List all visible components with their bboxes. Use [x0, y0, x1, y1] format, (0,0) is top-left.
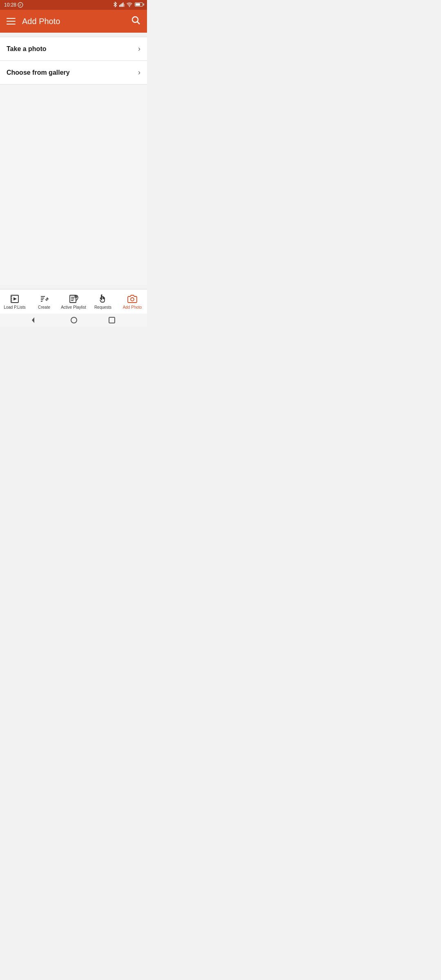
svg-marker-25	[32, 317, 34, 323]
svg-rect-4	[122, 2, 123, 7]
app-notification-icon	[18, 2, 23, 8]
svg-point-24	[131, 298, 134, 301]
load-plists-icon	[10, 294, 20, 304]
choose-gallery-item[interactable]: Choose from gallery ›	[0, 61, 147, 85]
system-nav-bar	[0, 314, 147, 327]
svg-point-6	[129, 6, 130, 7]
chevron-right-icon: ›	[138, 45, 140, 53]
system-back-button[interactable]	[32, 317, 39, 323]
nav-requests[interactable]: Requests	[88, 290, 118, 314]
status-bar: 10:28	[0, 0, 147, 10]
bluetooth-icon	[113, 2, 118, 8]
battery-icon	[134, 2, 143, 7]
content-area: Take a photo › Choose from gallery ›	[0, 37, 147, 285]
add-photo-icon	[127, 294, 137, 304]
nav-active-playlist-label: Active Playlist	[61, 305, 86, 310]
svg-line-8	[138, 22, 140, 24]
svg-marker-10	[13, 297, 17, 301]
bottom-navigation: Load P.Lists Create Active Playlist	[0, 289, 147, 314]
menu-list: Take a photo › Choose from gallery ›	[0, 37, 147, 85]
active-playlist-icon	[69, 294, 78, 304]
hamburger-menu-button[interactable]	[7, 18, 16, 24]
chevron-right-icon-2: ›	[138, 68, 140, 77]
choose-gallery-label: Choose from gallery	[7, 69, 70, 76]
status-icons	[113, 2, 143, 8]
nav-create-label: Create	[38, 305, 50, 310]
system-home-button[interactable]	[70, 316, 78, 324]
svg-point-7	[132, 17, 138, 22]
svg-rect-2	[120, 4, 121, 7]
signal-icon	[119, 2, 125, 8]
svg-rect-27	[109, 317, 115, 323]
search-button[interactable]	[131, 15, 140, 27]
page-title: Add Photo	[22, 17, 60, 26]
svg-rect-3	[122, 3, 122, 7]
nav-requests-label: Requests	[94, 305, 111, 310]
svg-point-26	[71, 317, 77, 323]
empty-content-area	[0, 85, 147, 285]
svg-rect-1	[119, 5, 120, 7]
wifi-icon	[127, 2, 132, 8]
take-photo-label: Take a photo	[7, 45, 47, 53]
app-bar: Add Photo	[0, 10, 147, 33]
nav-load-plists[interactable]: Load P.Lists	[0, 290, 29, 314]
status-time: 10:28	[4, 2, 23, 8]
create-icon	[39, 294, 49, 304]
nav-create[interactable]: Create	[29, 290, 59, 314]
nav-add-photo-label: Add Photo	[123, 305, 142, 310]
requests-icon	[98, 294, 108, 304]
take-photo-item[interactable]: Take a photo ›	[0, 37, 147, 61]
nav-load-plists-label: Load P.Lists	[4, 305, 26, 310]
svg-rect-5	[124, 4, 125, 7]
nav-add-photo[interactable]: Add Photo	[118, 290, 147, 314]
system-square-button[interactable]	[109, 317, 115, 323]
nav-active-playlist[interactable]: Active Playlist	[59, 290, 88, 314]
